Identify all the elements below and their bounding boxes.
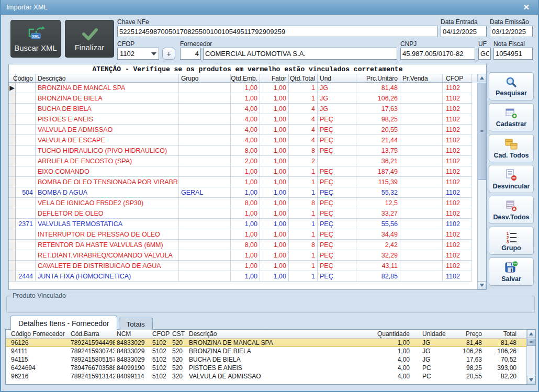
cell-quantidade[interactable]: 4,00 (380, 372, 416, 380)
table-row[interactable]: 6424694 7894766703588 84099190 5102 520 … (6, 364, 526, 372)
chave-nfe-input[interactable] (117, 26, 438, 37)
cell-grupo[interactable]: GERAL (179, 187, 231, 198)
cell-descricao[interactable]: VELA DE IGNICAO FR5DE2 (SP30) (36, 198, 179, 208)
table-row[interactable]: ▶ BRONZINA DE MANCAL SPA 1,00 1,00 1 JG … (9, 83, 477, 93)
cell-qtd-emb[interactable]: 8,00 (231, 240, 260, 250)
grid-header-und[interactable]: Und (318, 74, 356, 83)
cell-cod-barra[interactable]: 7892415805157 (69, 355, 115, 364)
salvar-button[interactable]: Salvar (489, 257, 534, 286)
cell-fator[interactable]: 1,00 (260, 240, 289, 250)
cell-und[interactable]: PEÇ (318, 135, 356, 145)
data-emissao-input[interactable] (490, 26, 533, 37)
cell-qtd-total[interactable]: 4 (289, 135, 318, 145)
cell-codigo[interactable] (16, 135, 36, 145)
table-row[interactable]: EIXO COMANDO 1,00 1,00 1 PEÇ 187,49 1102 (9, 166, 477, 177)
cell-und[interactable]: PEÇ (318, 145, 356, 156)
cell-codigo-fornecedor[interactable]: 96216 (6, 372, 69, 380)
scrollbar-thumb[interactable]: = (527, 339, 535, 346)
cell-prc-unitario[interactable]: 82,85 (356, 271, 400, 282)
cnpj-input[interactable] (400, 48, 475, 60)
details-header-ncm[interactable]: NCM (115, 330, 150, 338)
cell-codigo[interactable] (16, 208, 36, 219)
cell-qtd-emb[interactable]: 1,00 (231, 83, 260, 93)
cell-qtd-emb[interactable]: 4,00 (231, 135, 260, 145)
cell-ncm[interactable]: 84099114 (115, 372, 150, 380)
cell-grupo[interactable] (179, 114, 231, 125)
cell-und[interactable]: PEÇ (318, 198, 356, 208)
cell-ncm[interactable]: 84833029 (115, 347, 150, 355)
desvincular-button[interactable]: Desvincular (489, 165, 534, 193)
cell-cfop[interactable]: 1102 (443, 271, 472, 282)
cell-grupo[interactable] (179, 198, 231, 208)
cell-pr-venda[interactable] (400, 125, 443, 135)
cfop-select[interactable]: 1102 (117, 48, 159, 60)
cell-cst[interactable]: 520 (170, 364, 187, 372)
cell-qtd-total[interactable]: 1 (289, 229, 318, 240)
cell-codigo[interactable] (16, 145, 36, 156)
cell-fator[interactable]: 1,00 (260, 271, 289, 282)
cell-qtd-total[interactable]: 8 (289, 198, 318, 208)
cell-fator[interactable]: 1,00 (260, 93, 289, 104)
cell-fator[interactable]: 1,00 (260, 156, 289, 166)
cell-pr-venda[interactable] (400, 250, 443, 261)
table-row[interactable]: CAVALETE DE DISTRIBUICAO DE AGUA 1,00 1,… (9, 261, 477, 271)
table-row[interactable]: VALVULA DE ESCAPE 4,00 1,00 4 PEÇ 21,44 … (9, 135, 477, 145)
table-row[interactable]: 504 BOMBA D AGUA GERAL 1,00 1,00 1 PEÇ 5… (9, 187, 477, 198)
cell-grupo[interactable] (179, 104, 231, 114)
table-row[interactable]: RET.DIANT.VIRABREQ/COMANDO VALVULA 1,00 … (9, 250, 477, 261)
cell-codigo-fornecedor[interactable]: 94111 (6, 347, 69, 355)
details-header-cst[interactable]: CST (170, 330, 187, 338)
grid-header-cfop[interactable]: CFOP (443, 74, 472, 83)
cell-cfop[interactable]: 1102 (443, 83, 472, 93)
cell-cfop[interactable]: 5102 (150, 339, 170, 347)
cell-cfop[interactable]: 1102 (443, 250, 472, 261)
cell-qtd-emb[interactable]: 1,00 (231, 177, 260, 187)
cell-cod-barra[interactable]: 7892415944498 (69, 339, 115, 347)
cell-prc-unitario[interactable]: 34,49 (356, 229, 400, 240)
data-entrada-input[interactable] (441, 26, 487, 37)
cell-qtd-emb[interactable]: 1,00 (231, 271, 260, 282)
cell-grupo[interactable] (179, 271, 231, 282)
cell-prc-unitario[interactable]: 55,32 (356, 187, 400, 198)
table-row[interactable]: BRONZINA DE BIELA 1,00 1,00 1 JG 106,26 … (9, 93, 477, 104)
cell-unidade[interactable]: PC (416, 372, 452, 380)
table-row[interactable]: BUCHA DE BIELA 4,00 1,00 4 JG 17,63 1102 (9, 104, 477, 114)
scrollbar-thumb[interactable]: = (478, 83, 486, 180)
cell-pr-venda[interactable] (400, 114, 443, 125)
cell-descricao[interactable]: BOMBA DE OLEO TENSIONADA POR VIRABREQUIM (36, 177, 179, 187)
cell-grupo[interactable] (179, 240, 231, 250)
cell-descricao[interactable]: VALVULA DE ADMISSAO (36, 125, 179, 135)
cell-fator[interactable]: 1,00 (260, 114, 289, 125)
cell-unidade[interactable]: JG (416, 347, 452, 355)
grid-header-prc-unitario[interactable]: Prc.Unitáro (356, 74, 400, 83)
table-row[interactable]: 94111 7892415930743 84833029 5102 520 BR… (6, 347, 526, 355)
cell-descricao[interactable]: DEFLETOR DE OLEO (36, 208, 179, 219)
cell-pr-venda[interactable] (400, 156, 443, 166)
cell-prc-unitario[interactable]: 20,55 (356, 125, 400, 135)
cell-descricao[interactable]: RET.DIANT.VIRABREQ/COMANDO VALVULA (36, 250, 179, 261)
cell-cfop[interactable]: 1102 (443, 125, 472, 135)
cell-descricao[interactable]: TUCHO HIDRAULICO (PIVO HIDRAULICO) (36, 145, 179, 156)
cell-codigo[interactable] (16, 104, 36, 114)
cell-cfop[interactable]: 1102 (443, 219, 472, 229)
cell-und[interactable]: PEÇ (318, 208, 356, 219)
cell-descricao[interactable]: BRONZINA DE BIELA (187, 347, 380, 355)
cell-fator[interactable]: 1,00 (260, 135, 289, 145)
cell-cod-barra[interactable]: 7892415930743 (69, 347, 115, 355)
tab-totais[interactable]: Totais (119, 318, 153, 330)
fornecedor-code-input[interactable] (180, 48, 201, 60)
table-row[interactable]: VELA DE IGNICAO FR5DE2 (SP30) 8,00 1,00 … (9, 198, 477, 208)
desv-todos-button[interactable]: Desv.Todos (489, 196, 534, 224)
cell-und[interactable]: JG (318, 83, 356, 93)
cell-codigo[interactable] (16, 114, 36, 125)
cell-descricao[interactable]: RETENTOR DA HASTE VALVULAS (6MM) (36, 240, 179, 250)
buscar-xml-button[interactable]: XML Buscar XML (10, 20, 61, 58)
cad-todos-button[interactable]: Cad. Todos (489, 134, 534, 162)
cell-qtd-total[interactable]: 1 (289, 177, 318, 187)
cell-descricao[interactable]: JUNTA FIXA (HOMOCINETICA) (36, 271, 179, 282)
cell-grupo[interactable] (179, 229, 231, 240)
cell-cfop[interactable]: 1102 (443, 104, 472, 114)
cell-grupo[interactable] (179, 83, 231, 93)
cell-und[interactable]: PEÇ (318, 229, 356, 240)
cell-qtd-total[interactable]: 1 (289, 187, 318, 198)
